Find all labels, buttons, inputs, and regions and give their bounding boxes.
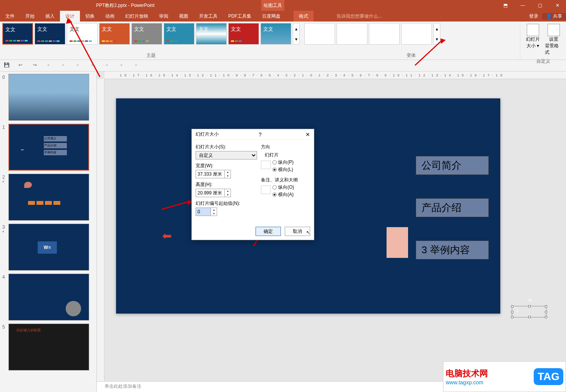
width-spinner[interactable]: ▴▾ [225, 170, 231, 178]
ribbon-options-icon[interactable]: ⬒ [497, 0, 514, 11]
minimize-button[interactable]: — [514, 0, 531, 11]
thumb-num-5: 5 [2, 324, 8, 370]
annotation-arrow-4 [415, 38, 446, 70]
dialog-title: 幻灯片大小 [196, 131, 219, 138]
format-background-button[interactable]: 设置 背景格式 [545, 24, 563, 56]
landscape2-radio[interactable]: 横向(A) [272, 191, 310, 198]
portrait2-label: 纵向(O) [278, 184, 294, 191]
themes-dropdown[interactable]: ▴▾ [293, 23, 300, 45]
width-input[interactable] [196, 170, 225, 178]
qat-icon-4[interactable]: ▫ [48, 62, 55, 69]
tab-insert[interactable]: 插入 [40, 11, 60, 22]
thumb-box: 产品介绍 [44, 143, 67, 148]
tell-me-input[interactable]: 告诉我您想要做什么... [337, 13, 382, 20]
qat-icon-9[interactable]: ▫ [121, 62, 128, 69]
slide-size-button[interactable]: 幻灯片 大小 ▾ [524, 24, 542, 56]
slide-size-dialog: 幻灯片大小 ? ✕ 幻灯片大小(S): 自定义 宽度(W): ▴▾ 高度(H):… [191, 129, 314, 240]
thumb-1[interactable]: 公司简介 产品介绍 举例内容 ⬅ [8, 124, 89, 171]
theme-4[interactable]: 文文 [99, 23, 130, 45]
theme-text: 文文 [102, 26, 127, 33]
thumb-num-3: 3* [2, 224, 8, 271]
thumbnail-panel[interactable]: 0 1 公司简介 产品介绍 举例内容 ⬅ 2* 3* W≡ 4 5 此 [0, 71, 97, 392]
theme-9[interactable]: 文文 [261, 23, 291, 45]
slide-size-label: 幻灯片 [526, 36, 540, 43]
slide-box-1[interactable]: 公司简介 [416, 156, 489, 175]
tab-format[interactable]: 格式 [294, 11, 314, 22]
annotation-arrow-1 [65, 19, 104, 82]
theme-6[interactable]: 文文 [164, 23, 194, 45]
variant-2[interactable] [337, 23, 367, 45]
arrow-shape[interactable]: ⬅ [162, 229, 172, 243]
startnum-spinner[interactable]: ▴▾ [211, 208, 217, 216]
tab-home[interactable]: 开始 [20, 11, 40, 22]
size-select[interactable]: 自定义 [196, 151, 257, 159]
drawing-tools-tab[interactable]: 绘图工具 [261, 0, 284, 11]
share-button[interactable]: 👤 共享 [542, 13, 566, 20]
notes-orient-label: 备注、讲义和大纲 [261, 177, 310, 183]
height-input[interactable] [196, 189, 225, 197]
undo-icon[interactable]: ↩ [18, 62, 25, 69]
thumb-4[interactable] [8, 274, 89, 321]
portrait2-radio[interactable]: 纵向(O) [272, 184, 310, 191]
theme-7[interactable]: 文文 [196, 23, 227, 45]
slide-box-2[interactable]: 产品介绍 [416, 198, 489, 217]
redo-icon[interactable]: ↪ [33, 62, 40, 69]
theme-text: 文文 [5, 26, 30, 33]
height-spinner[interactable]: ▴▾ [225, 189, 231, 197]
thumb-3[interactable]: W≡ [8, 224, 89, 271]
word-icon: W≡ [38, 241, 57, 254]
qat-icon-10[interactable]: ▫ [135, 62, 142, 69]
thumb-num-1: 1 [2, 124, 8, 171]
slide-box-3[interactable]: 3 举例内容 [416, 241, 489, 259]
thumb-title: 此处键入的标题 [17, 328, 41, 333]
portrait-label: 纵向(P) [278, 159, 294, 166]
vertical-ruler[interactable] [97, 79, 105, 392]
slide-size-label2: 大小 ▾ [526, 43, 539, 49]
theme-2[interactable]: 文文 [35, 23, 65, 45]
theme-8[interactable]: 文文 [228, 23, 259, 45]
thumb-num-2: 2* [2, 174, 8, 221]
dialog-help-icon[interactable]: ? [259, 131, 262, 138]
svg-line-0 [69, 19, 100, 77]
horizontal-ruler[interactable]: 18·17·16·15·14·13·12·11·10·9·8·7·6·5·4·3… [105, 71, 566, 79]
size-label: 幻灯片大小(S): [196, 144, 261, 150]
startnum-input[interactable] [196, 208, 211, 216]
tab-pdf[interactable]: PDF工具集 [223, 11, 257, 22]
theme-text: 文文 [37, 26, 63, 33]
variant-1[interactable] [304, 23, 335, 45]
height-label: 高度(H): [196, 181, 261, 188]
tab-review[interactable]: 审阅 [154, 11, 174, 22]
tab-baidu[interactable]: 百度网盘 [257, 11, 286, 22]
save-icon[interactable]: 💾 [4, 62, 11, 69]
qat-icon-8[interactable]: ▫ [106, 62, 113, 69]
dialog-close-icon[interactable]: ✕ [305, 131, 310, 138]
customize-group: 幻灯片 大小 ▾ 设置 背景格式 自定义 [520, 22, 566, 60]
watermark-tag: TAG [534, 368, 563, 385]
ok-button[interactable]: 确定 [256, 227, 281, 236]
page-icon [261, 186, 271, 194]
tab-developer[interactable]: 开发工具 [194, 11, 223, 22]
svg-marker-7 [440, 38, 446, 44]
landscape-radio[interactable]: 横向(L) [272, 166, 310, 173]
tab-slideshow[interactable]: 幻灯片放映 [120, 11, 154, 22]
theme-5[interactable]: 文文 [131, 23, 162, 45]
portrait-radio[interactable]: 纵向(P) [272, 159, 310, 166]
rotate-handle-icon[interactable]: ⟳ [528, 298, 532, 303]
thumb-num-4: 4 [2, 274, 8, 321]
chevron-up-icon: ▴ [436, 26, 438, 32]
close-button[interactable]: ✕ [549, 0, 566, 11]
variants-label: 变体 [304, 52, 518, 59]
edit-area: 18·17·16·15·14·13·12·11·10·9·8·7·6·5·4·3… [97, 71, 566, 392]
theme-1[interactable]: 文文 [2, 23, 33, 45]
maximize-button[interactable]: ▢ [531, 0, 549, 11]
selected-textbox[interactable]: 1 ⟳ [512, 306, 546, 317]
variant-3[interactable] [369, 23, 400, 45]
login-button[interactable]: 登录 [525, 13, 542, 20]
thumb-2[interactable] [8, 174, 89, 221]
tab-view[interactable]: 视图 [174, 11, 194, 22]
customize-label: 自定义 [536, 58, 550, 65]
tab-file[interactable]: 文件 [0, 11, 20, 22]
thumb-5[interactable]: 此处键入的标题 [8, 324, 89, 370]
thumb-flow [28, 201, 60, 205]
pink-shape[interactable] [387, 227, 408, 258]
